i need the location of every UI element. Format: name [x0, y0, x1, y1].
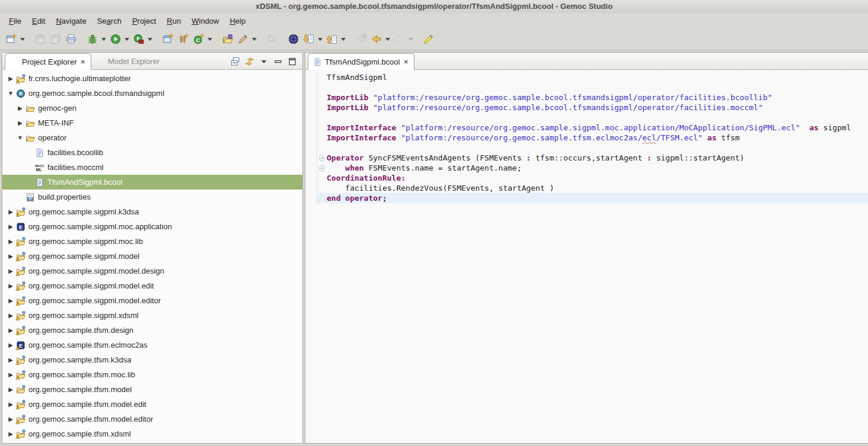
mark-occurrences-button-dropdown[interactable] [251, 32, 257, 46]
tree-item-org-gemoc-sample-tfsm-model[interactable]: ▶org.gemoc.sample.tfsm.model [2, 382, 302, 397]
project-tree[interactable]: ▶fr.cnrs.luchogie.ultimateplotter▼Borg.g… [2, 70, 302, 443]
tree-item-org-gemoc-sample-tfsm-k3dsa[interactable]: ▶org.gemoc.sample.tfsm.k3dsa [2, 352, 302, 367]
previous-annotation-button[interactable] [325, 32, 339, 46]
tree-item-org-gemoc-sample-sigpml-moc-lib[interactable]: ▶org.gemoc.sample.sigpml.moc.lib [2, 234, 302, 249]
run-button-dropdown[interactable] [123, 32, 130, 46]
external-tools-button-dropdown[interactable] [146, 32, 153, 46]
menu-edit[interactable]: Edit [27, 15, 50, 27]
menu-run[interactable]: Run [161, 15, 186, 27]
maximize-button[interactable] [287, 56, 298, 67]
code-editor[interactable]: TfsmAndSigpmlImportLib "platform:/resour… [305, 70, 868, 443]
run-button[interactable] [108, 32, 123, 46]
tab-close-icon[interactable]: ✕ [79, 59, 85, 65]
expand-arrow-icon[interactable]: ▶ [6, 371, 15, 378]
link-with-editor-button[interactable] [244, 56, 255, 67]
editor-tab-tfsmandsigpml-bcool[interactable]: TfsmAndSigpml.bcool✕ [308, 53, 414, 70]
new-wizard-button[interactable] [4, 32, 18, 46]
tree-item-org-gemoc-sample-tfsm-design[interactable]: ▶org.gemoc.sample.tfsm.design [2, 323, 302, 338]
view-menu-button[interactable] [259, 56, 269, 67]
debug-button-dropdown[interactable] [100, 32, 107, 46]
tree-item-org-gemoc-sample-sigpml-xdsml[interactable]: ▶org.gemoc.sample.sigpml.xdsml [2, 308, 302, 323]
expand-arrow-icon[interactable]: ▶ [15, 120, 25, 126]
tree-item-org-gemoc-sample-sigpml-moc-application[interactable]: ▶Eorg.gemoc.sample.sigpml.moc.applicatio… [2, 219, 302, 234]
fold-collapse-icon[interactable] [318, 155, 326, 162]
collapse-arrow-icon[interactable]: ▼ [15, 134, 25, 141]
editor-area: TfsmAndSigpml.bcool✕ TfsmAndSigpmlImport… [305, 52, 868, 444]
menu-help[interactable]: Help [224, 15, 251, 27]
previous-annotation-button-dropdown[interactable] [340, 32, 346, 46]
collapse-arrow-icon[interactable]: ▼ [6, 90, 15, 97]
save-all-button[interactable] [49, 32, 63, 46]
expand-arrow-icon[interactable]: ▶ [6, 238, 15, 245]
view-tab-project-explorer[interactable]: Project Explorer✕ [5, 53, 91, 70]
expand-arrow-icon[interactable]: ▶ [6, 253, 15, 259]
collapse-all-button[interactable] [230, 56, 241, 67]
expand-arrow-icon[interactable]: ▶ [6, 386, 15, 393]
back-button[interactable] [369, 32, 384, 46]
fold-collapse-icon[interactable] [318, 165, 326, 172]
print-button[interactable] [64, 32, 78, 46]
web-browser-button[interactable] [286, 32, 301, 46]
tree-item-org-gemoc-sample-bcool-tfsmandsigpml[interactable]: ▼Borg.gemoc.sample.bcool.tfsmandsigpml [2, 86, 302, 101]
mark-occurrences-button[interactable] [236, 32, 250, 46]
new-modeling-project-button[interactable] [161, 32, 175, 46]
view-tab-model-explorer[interactable]: Model Explorer [91, 53, 164, 69]
tree-item-build-properties[interactable]: 010build.properties [2, 190, 302, 204]
expand-arrow-icon[interactable]: ▶ [6, 283, 15, 289]
tree-item-org-gemoc-sample-sigpml-model-editor[interactable]: ▶org.gemoc.sample.sigpml.model.editor [2, 293, 302, 308]
expand-arrow-icon[interactable]: ▶ [6, 401, 15, 408]
new-wizard-button-dropdown[interactable] [19, 32, 25, 46]
new-class-button[interactable]: C [192, 32, 206, 46]
external-tools-button[interactable] [132, 32, 146, 46]
expand-arrow-icon[interactable]: ▶ [6, 312, 15, 319]
tree-item-org-gemoc-sample-sigpml-model-design[interactable]: ▶org.gemoc.sample.sigpml.model.design [2, 264, 302, 278]
tree-item-org-gemoc-sample-sigpml-k3dsa[interactable]: ▶org.gemoc.sample.sigpml.k3dsa [2, 204, 302, 219]
tree-item-operator[interactable]: ▼operator [2, 130, 302, 145]
tree-item-fr-cnrs-luchogie-ultimateplotter[interactable]: ▶fr.cnrs.luchogie.ultimateplotter [2, 71, 302, 86]
forward-button[interactable] [392, 32, 407, 46]
tree-item-org-gemoc-sample-tfsm-model-edit[interactable]: ▶org.gemoc.sample.tfsm.model.edit [2, 397, 302, 412]
last-edit-location-button[interactable] [354, 32, 368, 46]
next-annotation-button-dropdown[interactable] [317, 32, 323, 46]
forward-button-dropdown[interactable] [407, 32, 414, 46]
debug-button[interactable] [85, 32, 100, 46]
new-package-button[interactable] [176, 32, 190, 46]
tab-close-icon[interactable]: ✕ [403, 59, 409, 65]
menu-window[interactable]: Window [186, 15, 224, 27]
tree-item-META-INF[interactable]: ▶META-INF [2, 115, 302, 130]
tree-item-facilities-bcoollib[interactable]: facilities.bcoollib [2, 145, 302, 160]
menu-project[interactable]: Project [127, 15, 161, 27]
tree-item-org-gemoc-sample-sigpml-model-edit[interactable]: ▶org.gemoc.sample.sigpml.model.edit [2, 278, 302, 293]
save-button[interactable] [33, 32, 47, 46]
tree-item-org-gemoc-sample-tfsm-eclmoc2as[interactable]: ▶Eorg.gemoc.sample.tfsm.eclmoc2as [2, 338, 302, 352]
expand-arrow-icon[interactable]: ▶ [6, 342, 15, 348]
open-type-button[interactable] [265, 32, 279, 46]
menu-file[interactable]: File [4, 15, 27, 27]
back-button-dropdown[interactable] [384, 32, 391, 46]
next-annotation-button[interactable] [302, 32, 316, 46]
tree-item-facilities-moccml[interactable]: MoCCMLfacilities.moccml [2, 160, 302, 175]
debug-icon [87, 34, 98, 44]
tree-item-org-gemoc-sample-sigpml-model[interactable]: ▶org.gemoc.sample.sigpml.model [2, 249, 302, 264]
tree-item-org-gemoc-sample-tfsm-moc-lib[interactable]: ▶org.gemoc.sample.tfsm.moc.lib [2, 367, 302, 382]
expand-arrow-icon[interactable]: ▶ [6, 208, 15, 215]
expand-arrow-icon[interactable]: ▶ [6, 297, 15, 304]
expand-arrow-icon[interactable]: ▶ [6, 75, 15, 82]
expand-arrow-icon[interactable]: ▶ [6, 268, 15, 274]
expand-arrow-icon[interactable]: ▶ [6, 431, 15, 437]
menu-navigate[interactable]: Navigate [50, 15, 91, 27]
expand-arrow-icon[interactable]: ▶ [6, 327, 15, 333]
expand-arrow-icon[interactable]: ▶ [6, 223, 15, 230]
expand-arrow-icon[interactable]: ▶ [6, 416, 15, 422]
menu-search[interactable]: Search [92, 15, 127, 27]
open-plugin-artifact-button[interactable] [221, 32, 235, 46]
tree-item-org-gemoc-sample-tfsm-xdsml[interactable]: ▶org.gemoc.sample.tfsm.xdsml [2, 426, 302, 441]
expand-arrow-icon[interactable]: ▶ [6, 357, 15, 363]
tree-item-gemoc-gen[interactable]: ▶gemoc-gen [2, 101, 302, 115]
tree-item-TfsmAndSigpml-bcool[interactable]: TfsmAndSigpml.bcool [2, 175, 302, 190]
new-class-button-dropdown[interactable] [206, 32, 213, 46]
minimize-button[interactable] [273, 56, 283, 67]
tree-item-org-gemoc-sample-tfsm-model-editor[interactable]: ▶org.gemoc.sample.tfsm.model.editor [2, 412, 302, 426]
expand-arrow-icon[interactable]: ▶ [15, 105, 25, 111]
highlighter-button[interactable] [422, 32, 436, 46]
